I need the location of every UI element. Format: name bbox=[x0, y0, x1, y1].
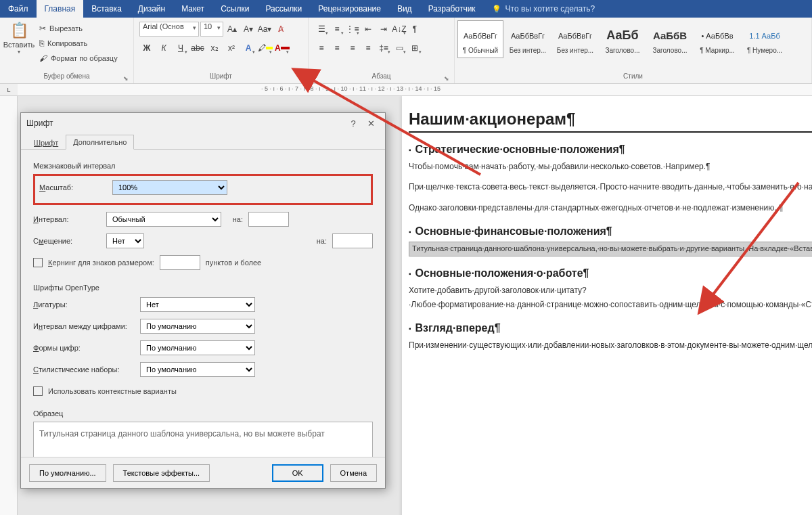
font-name-select[interactable]: Arial (Основ bbox=[139, 22, 199, 37]
line-spacing-button[interactable]: ‡≡ bbox=[376, 41, 391, 55]
highlight-button[interactable]: 🖍 bbox=[258, 41, 273, 55]
kerning-checkbox[interactable] bbox=[33, 258, 43, 267]
kerning-size-input[interactable] bbox=[160, 255, 200, 270]
shrink-font-button[interactable]: A▾ bbox=[241, 22, 256, 37]
doc-h1[interactable]: Нашим·акционерам¶ bbox=[409, 110, 812, 133]
sort-button[interactable]: A↓Z bbox=[392, 22, 407, 37]
tab-references[interactable]: Ссылки bbox=[212, 0, 257, 18]
position-select[interactable]: Нет bbox=[106, 233, 144, 248]
ok-button[interactable]: OK bbox=[272, 464, 323, 482]
spacing-select[interactable]: Обычный bbox=[106, 212, 221, 227]
style-bulleted[interactable]: • АаБбВв¶ Маркир... bbox=[694, 20, 740, 58]
bullets-button[interactable]: ☰ bbox=[314, 22, 329, 37]
style-nospacing2[interactable]: АаБбВвГгБез интер... bbox=[552, 20, 598, 58]
ribbon: 📋 Вставить ▾ ✂Вырезать ⎘Копировать 🖌Форм… bbox=[0, 18, 812, 84]
paste-icon[interactable]: 📋 bbox=[10, 22, 28, 39]
tab-view[interactable]: Вид bbox=[389, 0, 420, 18]
numform-select[interactable]: По умолчанию bbox=[140, 340, 255, 355]
tab-file[interactable]: Файл bbox=[0, 0, 37, 18]
tab-developer[interactable]: Разработчик bbox=[420, 0, 484, 18]
borders-button[interactable]: ⊞ bbox=[407, 41, 422, 55]
doc-s1-p1[interactable]: Чтобы·помочь·вам·начать·работу,·мы·добав… bbox=[409, 160, 812, 173]
shading-button[interactable]: ▭ bbox=[392, 41, 407, 55]
format-painter-button[interactable]: 🖌Формат по образцу bbox=[39, 51, 118, 65]
dialog-titlebar[interactable]: Шрифт ? ✕ bbox=[21, 113, 385, 133]
style-heading1[interactable]: АаБбЗаголово... bbox=[600, 20, 646, 58]
dialog-help-button[interactable]: ? bbox=[344, 118, 362, 129]
doc-s1-p2[interactable]: При·щелчке·текста·совета·весь·текст·выде… bbox=[409, 180, 812, 194]
text-effects-button[interactable]: A bbox=[241, 41, 256, 55]
clear-format-button[interactable]: A̷ bbox=[273, 22, 288, 37]
font-size-select[interactable]: 10 bbox=[200, 22, 223, 37]
align-right-button[interactable]: ≡ bbox=[345, 41, 360, 55]
tab-design[interactable]: Дизайн bbox=[130, 0, 173, 18]
doc-s1-p3[interactable]: Однако·заголовки·представлены·для·станда… bbox=[409, 201, 812, 215]
document-page[interactable]: Нашим·акционерам¶ Стратегические·основны… bbox=[402, 96, 812, 515]
strike-button[interactable]: abc bbox=[190, 41, 205, 55]
style-normal[interactable]: АаБбВвГг¶ Обычный bbox=[457, 20, 503, 58]
numbering-button[interactable]: ≡ bbox=[330, 22, 344, 37]
ruler-horizontal[interactable]: · 5 · ı · 6 · ı · 7 · ı · 8 · ı · 9 · ı … bbox=[18, 84, 812, 96]
doc-s3-p1[interactable]: Хотите·добавить·другой·заголовок·или·цит… bbox=[409, 284, 812, 311]
scale-select[interactable]: 100% bbox=[112, 180, 227, 195]
paste-drop-icon[interactable]: ▾ bbox=[18, 49, 20, 55]
section-spacing-label: Межзнаковый интервал bbox=[33, 162, 373, 170]
cancel-button[interactable]: Отмена bbox=[330, 464, 377, 482]
style-nospacing1[interactable]: АаБбВвГгБез интер... bbox=[505, 20, 551, 58]
underline-button[interactable]: Ч bbox=[173, 41, 188, 55]
dialog-tab-advanced[interactable]: Дополнительно bbox=[66, 135, 134, 150]
align-center-button[interactable]: ≡ bbox=[330, 41, 344, 55]
doc-s4-heading[interactable]: Взгляд·вперед¶ bbox=[409, 322, 812, 334]
spacing-amount-input[interactable] bbox=[248, 212, 289, 227]
styles-gallery[interactable]: АаБбВвГг¶ Обычный АаБбВвГгБез интер... А… bbox=[457, 20, 788, 58]
outdent-button[interactable]: ⇤ bbox=[361, 22, 376, 37]
dialog-close-button[interactable]: ✕ bbox=[362, 118, 380, 129]
tab-mailings[interactable]: Рассылки bbox=[257, 0, 310, 18]
contextual-checkbox[interactable] bbox=[33, 386, 43, 396]
tab-tellme[interactable]: Что вы хотите сделать? bbox=[484, 0, 604, 18]
position-amount-input[interactable] bbox=[332, 233, 373, 248]
showhide-button[interactable]: ¶ bbox=[407, 22, 422, 37]
copy-icon: ⎘ bbox=[39, 39, 44, 48]
indent-button[interactable]: ⇥ bbox=[376, 22, 391, 37]
doc-s2-p1[interactable]: Титульная·страница·данного·шаблона·униве… bbox=[409, 242, 812, 256]
doc-s4-p1[interactable]: При·изменении·существующих·или·добавлени… bbox=[409, 338, 812, 352]
subscript-button[interactable]: x₂ bbox=[207, 41, 222, 55]
italic-button[interactable]: К bbox=[156, 41, 171, 55]
font-label: Шрифт bbox=[210, 72, 232, 80]
cut-button[interactable]: ✂Вырезать bbox=[39, 22, 118, 35]
default-button[interactable]: По умолчанию... bbox=[29, 464, 106, 482]
doc-s2-heading[interactable]: Основные·финансовые·положения¶ bbox=[409, 225, 812, 238]
paragraph-label: Абзац bbox=[371, 72, 390, 80]
doc-s1-heading[interactable]: Стратегические·основные·положения¶ bbox=[409, 143, 812, 156]
ligatures-select[interactable]: Нет bbox=[140, 297, 255, 312]
copy-button[interactable]: ⎘Копировать bbox=[39, 37, 118, 50]
dialog-title: Шрифт bbox=[26, 118, 53, 128]
text-effects-button-dlg[interactable]: Текстовые эффекты... bbox=[113, 464, 210, 482]
paragraph-launcher-icon[interactable]: ⬊ bbox=[443, 75, 450, 82]
spacing-label: Интервал: bbox=[33, 215, 101, 223]
multilevel-button[interactable]: ⋮≡ bbox=[345, 22, 360, 37]
font-color-button[interactable]: A bbox=[275, 41, 290, 55]
tab-home[interactable]: Главная bbox=[37, 0, 84, 18]
clipboard-launcher-icon[interactable]: ⬊ bbox=[122, 75, 129, 82]
tab-review[interactable]: Рецензирование bbox=[310, 0, 389, 18]
dialog-tab-font[interactable]: Шрифт bbox=[26, 135, 66, 150]
bold-button[interactable]: Ж bbox=[139, 41, 154, 55]
style-heading2[interactable]: АаБбВЗаголово... bbox=[647, 20, 693, 58]
change-case-button[interactable]: Aa▾ bbox=[257, 22, 272, 37]
styleset-label: Стилистические наборы: bbox=[33, 365, 135, 374]
styles-label: Стили bbox=[623, 72, 643, 80]
styleset-select[interactable]: По умолчанию bbox=[140, 362, 255, 377]
grow-font-button[interactable]: A▴ bbox=[225, 22, 240, 37]
tab-insert[interactable]: Вставка bbox=[83, 0, 130, 18]
align-left-button[interactable]: ≡ bbox=[314, 41, 329, 55]
justify-button[interactable]: ≡ bbox=[361, 41, 376, 55]
numspacing-select[interactable]: По умолчанию bbox=[140, 319, 255, 334]
paste-button[interactable]: Вставить bbox=[3, 41, 35, 49]
font-launcher-icon[interactable]: ⬊ bbox=[297, 75, 304, 82]
superscript-button[interactable]: x² bbox=[224, 41, 239, 55]
style-numbered[interactable]: 1.1 АаБб¶ Нумеро... bbox=[742, 20, 788, 58]
doc-s3-heading[interactable]: Основные·положения·о·работе¶ bbox=[409, 267, 812, 279]
tab-layout[interactable]: Макет bbox=[173, 0, 212, 18]
